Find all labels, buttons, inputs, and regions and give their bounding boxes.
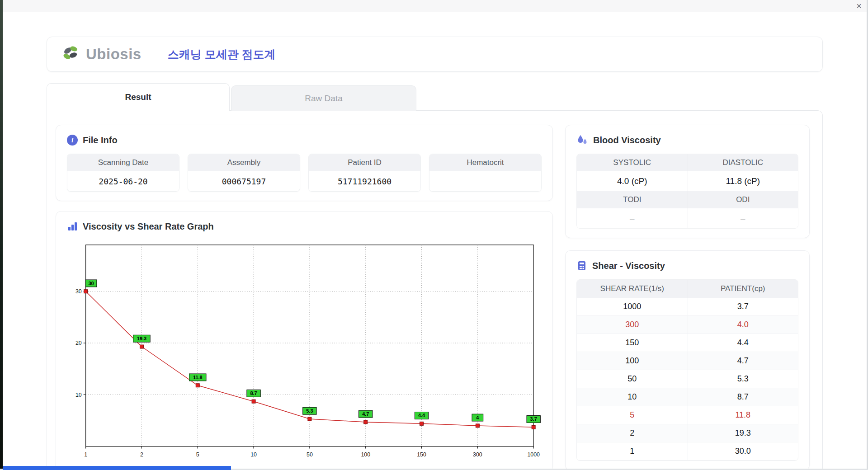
file-info-field: Patient ID51711921600 [308, 154, 421, 192]
blood-viscosity-title-row: Blood Viscosity [576, 133, 798, 147]
shear-table-body: 10003.73004.01504.41004.7505.3108.7511.8… [577, 298, 798, 461]
shear-rate-cell: 100 [577, 352, 688, 370]
left-column: i File Info Scanning Date2025-06-20Assem… [56, 125, 553, 470]
svg-text:4.7: 4.7 [362, 411, 369, 417]
svg-text:300: 300 [473, 451, 482, 458]
blood-viscosity-row: TODIODI [577, 191, 798, 208]
viscosity-chart: 102030125105010015030010003019.311.88.75… [67, 239, 542, 462]
svg-text:20: 20 [75, 340, 82, 346]
brand-logo: Ubiosis [61, 44, 142, 64]
bv-header-cell: TODI [577, 191, 688, 208]
bv-header-cell: ODI [688, 191, 798, 208]
shear-rate-cell: 10 [577, 388, 688, 406]
window-top-bar: × [0, 0, 868, 12]
svg-text:2: 2 [140, 451, 143, 458]
app-title: 스캐닝 모세관 점도계 [168, 47, 276, 62]
blood-viscosity-row: –– [577, 208, 798, 228]
shear-table-row: 511.8 [577, 406, 798, 424]
svg-text:5: 5 [196, 451, 199, 458]
patient-viscosity-cell: 11.8 [688, 406, 798, 424]
patient-viscosity-cell: 3.7 [688, 298, 798, 315]
calculator-icon [576, 260, 587, 271]
field-value: 000675197 [188, 171, 300, 191]
patient-viscosity-cell: 8.7 [688, 388, 798, 406]
shear-rate-column-header: SHEAR RATE(1/s) [577, 280, 688, 298]
svg-text:11.8: 11.8 [193, 375, 203, 380]
svg-text:50: 50 [307, 451, 313, 458]
graph-title-row: Viscosity vs Shear Rate Graph [67, 220, 542, 233]
svg-text:150: 150 [417, 451, 426, 458]
patient-column-header: PATIENT(cp) [688, 280, 798, 298]
bv-header-cell: SYSTOLIC [577, 154, 688, 171]
shear-table: SHEAR RATE(1/s) PATIENT(cp) 10003.73004.… [576, 279, 798, 461]
brand-leaf-icon [61, 44, 82, 64]
field-value: 51711921600 [309, 171, 420, 191]
patient-viscosity-cell: 30.0 [688, 442, 798, 460]
field-value [429, 171, 541, 191]
file-info-field: Hematocrit [429, 154, 542, 192]
screen-edge-left [0, 0, 3, 470]
svg-text:10: 10 [75, 392, 82, 398]
bar-chart-icon [67, 221, 78, 232]
shear-table-row: 1504.4 [577, 334, 798, 352]
shear-rate-cell: 50 [577, 370, 688, 388]
svg-text:10: 10 [250, 451, 257, 458]
patient-viscosity-cell: 4.7 [688, 352, 798, 370]
svg-text:4.4: 4.4 [418, 413, 425, 418]
svg-text:1: 1 [84, 451, 87, 458]
field-label: Scanning Date [67, 154, 179, 171]
shear-rate-cell: 1000 [577, 298, 688, 315]
shear-table-row: 10003.7 [577, 298, 798, 316]
shear-table-row: 130.0 [577, 442, 798, 461]
file-info-field: Assembly000675197 [188, 154, 300, 192]
svg-text:8.7: 8.7 [250, 390, 257, 396]
right-column: Blood Viscosity SYSTOLICDIASTOLIC4.0 (cP… [565, 125, 810, 470]
chart-wrap: 102030125105010015030010003019.311.88.75… [67, 239, 542, 462]
svg-text:1000: 1000 [527, 451, 540, 458]
svg-text:3.7: 3.7 [530, 416, 537, 422]
bv-header-cell: DIASTOLIC [688, 154, 798, 171]
tab-bar: Result Raw Data [47, 83, 823, 111]
svg-text:30: 30 [88, 281, 94, 286]
shear-table-row: 3004.0 [577, 316, 798, 334]
tab-raw-data[interactable]: Raw Data [231, 85, 416, 111]
shear-viscosity-card: Shear - Viscosity SHEAR RATE(1/s) PATIEN… [565, 250, 810, 470]
blood-viscosity-row: SYSTOLICDIASTOLIC [577, 154, 798, 171]
tab-result[interactable]: Result [47, 83, 230, 111]
shear-viscosity-title-row: Shear - Viscosity [576, 259, 798, 273]
patient-viscosity-cell: 19.3 [688, 424, 798, 442]
shear-table-row: 505.3 [577, 370, 798, 388]
file-info-fields: Scanning Date2025-06-20Assembly000675197… [67, 154, 542, 192]
shear-rate-cell: 300 [577, 316, 688, 334]
shear-rate-cell: 150 [577, 334, 688, 352]
bv-value-cell: 4.0 (cP) [577, 171, 688, 191]
graph-title: Viscosity vs Shear Rate Graph [83, 221, 214, 232]
shear-rate-cell: 2 [577, 424, 688, 442]
field-label: Patient ID [309, 154, 420, 171]
shear-table-row: 219.3 [577, 424, 798, 442]
blood-viscosity-title: Blood Viscosity [593, 135, 661, 146]
shear-table-row: 108.7 [577, 388, 798, 406]
file-info-title-row: i File Info [67, 133, 542, 147]
window-close-icon[interactable]: × [856, 1, 862, 11]
header-card: Ubiosis 스캐닝 모세관 점도계 [47, 37, 823, 72]
field-label: Hematocrit [429, 154, 541, 171]
shear-table-row: 1004.7 [577, 352, 798, 370]
bv-value-cell: 11.8 (cP) [688, 171, 798, 191]
bv-value-cell: – [577, 208, 688, 228]
shear-table-head: SHEAR RATE(1/s) PATIENT(cp) [577, 280, 798, 298]
svg-text:5.3: 5.3 [306, 408, 313, 414]
graph-card: Viscosity vs Shear Rate Graph 1020301251… [56, 211, 553, 470]
main-container: Ubiosis 스캐닝 모세관 점도계 Result Raw Data i Fi… [47, 37, 823, 470]
patient-viscosity-cell: 4.4 [688, 334, 798, 352]
patient-viscosity-cell: 4.0 [688, 316, 798, 334]
svg-text:30: 30 [75, 288, 82, 295]
water-drops-icon [576, 134, 588, 146]
shear-rate-cell: 5 [577, 406, 688, 424]
shear-viscosity-title: Shear - Viscosity [592, 261, 665, 271]
info-icon: i [67, 135, 78, 146]
brand-name: Ubiosis [86, 46, 142, 63]
shear-rate-cell: 1 [577, 442, 688, 460]
svg-text:100: 100 [361, 451, 370, 458]
file-info-card: i File Info Scanning Date2025-06-20Assem… [56, 125, 553, 201]
